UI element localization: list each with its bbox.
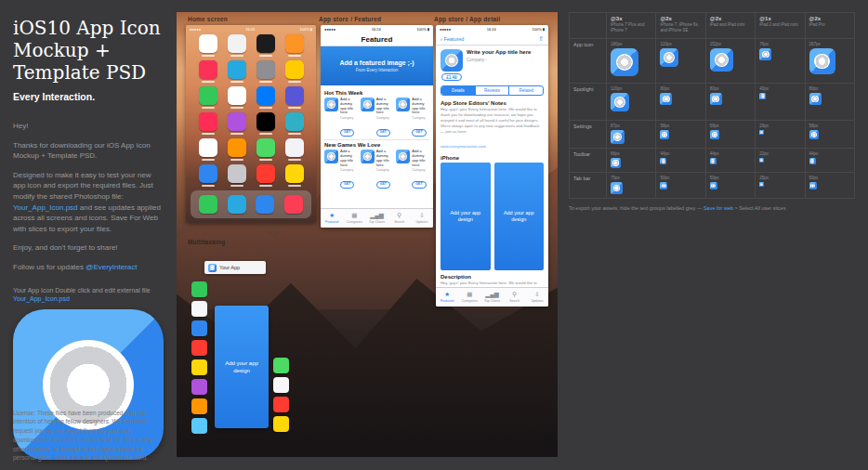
app-icon[interactable]	[191, 320, 207, 336]
app-icon-label	[230, 185, 243, 187]
app-icon[interactable]	[191, 379, 207, 395]
multitask-left-icons	[191, 281, 207, 434]
get-button[interactable]: GET	[340, 181, 354, 189]
dock-app-icon[interactable]	[228, 195, 246, 214]
app-icon[interactable]	[285, 86, 304, 105]
dock-app-icon[interactable]	[284, 195, 303, 214]
app-icon[interactable]	[273, 358, 289, 373]
notes-link[interactable]: www.everyinteraction.com	[441, 144, 486, 149]
home-app	[228, 86, 246, 110]
get-button[interactable]: GET	[412, 181, 426, 189]
share-icon[interactable]: ⇧	[538, 35, 544, 43]
app-icon[interactable]	[199, 164, 217, 183]
tab-reviews[interactable]: Reviews	[475, 86, 509, 95]
tab-details[interactable]: Details	[441, 86, 475, 95]
spec-cell: 44px	[706, 149, 756, 173]
app-icon[interactable]	[285, 60, 304, 79]
app-icon[interactable]	[273, 377, 289, 393]
app-icon[interactable]	[256, 164, 275, 183]
tab-search[interactable]: ⚲Search	[388, 209, 411, 228]
app-icon[interactable]	[199, 138, 217, 157]
app-icon[interactable]	[228, 112, 246, 131]
price-button[interactable]: £1.49	[441, 73, 461, 81]
nav-title: Featured	[321, 33, 433, 46]
tab-featured[interactable]: ★Featured	[321, 209, 343, 228]
app-icon[interactable]	[199, 34, 217, 53]
get-button[interactable]: GET	[412, 129, 426, 137]
app-icon[interactable]	[256, 86, 275, 105]
app-icon[interactable]	[228, 34, 246, 53]
app-icon[interactable]	[285, 112, 304, 131]
app-icon[interactable]	[228, 138, 246, 157]
app-icon-label	[230, 81, 243, 83]
app-icon[interactable]	[228, 86, 246, 105]
app-icon[interactable]	[191, 301, 207, 317]
app-icon[interactable]	[199, 112, 217, 131]
status-time: 16:24	[487, 27, 496, 32]
spec-cell: 80px	[806, 84, 855, 121]
app-icon[interactable]	[256, 34, 275, 53]
get-button[interactable]: GET	[340, 129, 354, 137]
tab-updates[interactable]: ⇩Updates	[526, 288, 548, 307]
app-icon[interactable]	[199, 86, 217, 105]
app-icon[interactable]	[256, 112, 275, 131]
app-card[interactable]: Add a dummy app title hereCategoryGET	[396, 150, 429, 189]
tab-featured[interactable]: ★Featured	[436, 288, 458, 307]
tab-top-charts[interactable]: ▂▄▆Top Charts	[480, 288, 503, 307]
icon-caption-pre: Your App Icon Double click and edit exte…	[13, 287, 151, 294]
spec-scale-label: @3x	[611, 16, 651, 21]
app-icon[interactable]	[256, 138, 275, 157]
app-icon[interactable]	[256, 60, 275, 79]
dock-app-icon[interactable]	[199, 195, 217, 214]
twitter-link[interactable]: @EveryInteract	[85, 263, 137, 271]
app-icon[interactable]	[191, 359, 207, 375]
tab-search[interactable]: ⚲Search	[504, 288, 526, 307]
app-card[interactable]: Add a dummy app title hereCategoryGET	[361, 150, 394, 189]
psd-file-link[interactable]: Your_App_Icon.psd	[13, 203, 78, 212]
app-icon[interactable]	[191, 398, 207, 414]
dock-app-icon[interactable]	[256, 195, 274, 214]
save-for-web-link[interactable]: Save for web	[704, 205, 733, 211]
tab-categories[interactable]: ▦Categories	[343, 209, 365, 228]
back-button[interactable]: ‹ Featured	[441, 36, 464, 42]
app-card[interactable]: Add a dummy app title hereCategoryGET	[324, 150, 358, 189]
app-icon-label	[288, 55, 301, 57]
your-app-window[interactable]: Your App	[204, 261, 266, 274]
app-icon[interactable]	[285, 138, 304, 157]
get-button[interactable]: GET	[376, 181, 390, 189]
app-card[interactable]: Add a dummy app title hereCategoryGET	[396, 98, 429, 137]
screenshot-row: Add your app design Add your app design	[436, 162, 548, 272]
app-card-title: Add a dummy app title here	[340, 98, 358, 115]
app-icon[interactable]	[273, 416, 289, 432]
app-card-title: Add a dummy app title here	[340, 150, 358, 167]
app-icon[interactable]	[285, 164, 304, 183]
mockup-wallpaper: Home screen App store / Featured App sto…	[177, 12, 558, 457]
app-icon	[710, 93, 722, 105]
status-bar: ●●●●● 16:24 100% ▮	[436, 25, 548, 33]
featured-banner[interactable]: Add a featured image ;-) From Every Inte…	[321, 46, 433, 85]
segmented-control: Details Reviews Related	[441, 85, 544, 96]
app-icon	[759, 48, 771, 60]
tab-related[interactable]: Related	[508, 86, 543, 95]
app-icon[interactable]	[191, 281, 207, 297]
app-icon[interactable]	[285, 34, 304, 53]
app-card-body: Add a dummy app title hereCategoryGET	[340, 98, 358, 137]
app-card[interactable]: Add a dummy app title hereCategoryGET	[361, 98, 394, 137]
spec-scale-label: @2x	[660, 16, 701, 21]
app-icon[interactable]	[199, 60, 217, 79]
tab-top-charts[interactable]: ▂▄▆Top Charts	[365, 209, 388, 228]
tab-categories[interactable]: ▦Categories	[458, 288, 480, 307]
app-card[interactable]: Add a dummy app title hereCategoryGET	[324, 98, 358, 137]
app-icon	[611, 158, 621, 168]
app-icon[interactable]	[228, 164, 246, 183]
tab-updates[interactable]: ⇩Updates	[411, 209, 433, 228]
app-icon	[660, 130, 669, 139]
app-icon[interactable]	[228, 60, 246, 79]
psd-file-link-2[interactable]: Your_App_Icon.psd	[13, 295, 70, 302]
app-header: £1.49 Write your App title here Company …	[436, 46, 548, 83]
app-icon[interactable]	[273, 397, 289, 412]
get-button[interactable]: GET	[376, 129, 390, 137]
app-icon[interactable]	[191, 340, 207, 356]
app-icon	[396, 150, 410, 163]
app-icon[interactable]	[191, 418, 207, 434]
